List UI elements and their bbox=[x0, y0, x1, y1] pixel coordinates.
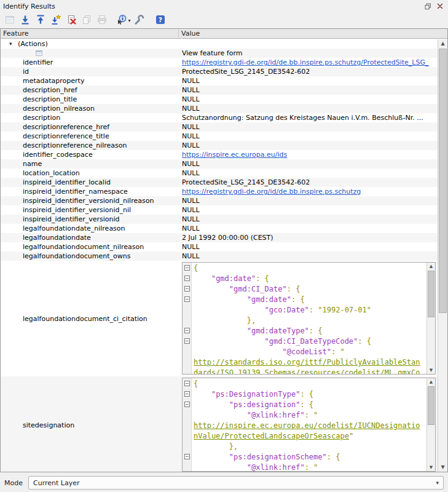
table-row[interactable]: inspireid_identifier_versionidNULL bbox=[1, 215, 438, 224]
table-row[interactable]: inspireid_identifier_namespacehttps://re… bbox=[1, 187, 438, 196]
column-header-feature[interactable]: Feature bbox=[1, 29, 179, 38]
clear-results-button[interactable] bbox=[64, 13, 79, 28]
print-response-button[interactable] bbox=[95, 13, 109, 28]
feature-label: inspireid_identifier_versionid bbox=[23, 215, 120, 223]
scroll-down-icon[interactable]: ▼ bbox=[427, 464, 435, 471]
settings-button[interactable] bbox=[132, 13, 146, 28]
table-row[interactable]: legalfoundationdocument_ci_citation{ "gm… bbox=[1, 261, 438, 376]
scroll-up-icon[interactable]: ▲ bbox=[427, 263, 435, 270]
value-text: ProtectedSite_LSG_2145_DE3542-602 bbox=[182, 68, 310, 76]
help-button[interactable]: ? bbox=[153, 13, 168, 28]
table-row[interactable]: inspireid_identifier_versionid_nilreason… bbox=[1, 196, 438, 205]
float-icon bbox=[423, 2, 432, 10]
scroll-up-icon[interactable]: ▲ bbox=[438, 39, 447, 48]
feature-label: id bbox=[23, 68, 29, 76]
editor-scrollbar[interactable]: ▲▼ bbox=[426, 263, 435, 374]
feature-label: name bbox=[23, 160, 42, 168]
mode-label: Mode bbox=[4, 479, 23, 487]
identify-results-panel: Identify Results ▾? Feature Value ▾(Acti… bbox=[0, 0, 448, 492]
code-area[interactable]: { "ps:DesignationType": { "ps:designatio… bbox=[192, 378, 426, 471]
value-text: NULL bbox=[182, 123, 200, 131]
table-row[interactable]: descriptionreference_hrefNULL bbox=[1, 122, 438, 132]
copy-feature-button[interactable] bbox=[79, 13, 94, 28]
value-link[interactable]: https://registry.gdi-de.org/id/de.bb.ins… bbox=[182, 188, 361, 196]
panel-title: Identify Results bbox=[3, 2, 55, 10]
close-button[interactable] bbox=[435, 1, 445, 11]
table-row[interactable]: descriptionreference_nilreasonNULL bbox=[1, 141, 438, 150]
expand-new-results-button[interactable] bbox=[49, 13, 63, 28]
json-editor[interactable]: { "ps:DesignationType": { "ps:designatio… bbox=[182, 378, 436, 472]
value-text: 2 Jul 1992 00:00:00 (CEST) bbox=[182, 234, 273, 242]
feature-label: legalfoundationdocument_nilreason bbox=[23, 243, 144, 251]
code-area[interactable]: { "gmd:date": { "gmd:CI_Date": { "gmd:da… bbox=[192, 263, 426, 374]
value-link[interactable]: https://inspire.ec.europa.eu/ids bbox=[182, 151, 287, 159]
expand-tree-button[interactable] bbox=[18, 13, 33, 28]
scrollbar-thumb[interactable] bbox=[428, 271, 434, 317]
close-icon bbox=[436, 2, 444, 10]
fold-marker-icon[interactable] bbox=[184, 402, 190, 407]
action-label[interactable]: View feature form bbox=[182, 49, 242, 57]
form-view-button[interactable] bbox=[2, 13, 17, 28]
scrollbar-thumb[interactable] bbox=[428, 386, 434, 425]
table-row[interactable]: sitedesignation{ "ps:DesignationType": {… bbox=[1, 376, 438, 472]
table-row[interactable]: ▾(Actions) bbox=[1, 39, 438, 49]
table-row[interactable]: legalfoundationdocument_nilreasonNULL bbox=[1, 242, 438, 252]
fold-marker-icon[interactable] bbox=[184, 296, 190, 302]
mode-combobox[interactable]: Current Layer ▾ bbox=[28, 476, 444, 490]
copy-feature-icon bbox=[81, 14, 92, 27]
table-row[interactable]: legalfoundationdocument_ownsNULL bbox=[1, 252, 438, 261]
fold-marker-icon[interactable] bbox=[184, 286, 190, 292]
column-header-value[interactable]: Value bbox=[179, 29, 447, 38]
table-row[interactable]: location_locationNULL bbox=[1, 169, 438, 178]
table-row[interactable]: descriptionreference_titleNULL bbox=[1, 132, 438, 141]
table-row[interactable]: descriptionSchutzanordnung: Satzung des … bbox=[1, 113, 438, 122]
scroll-down-icon[interactable]: ▼ bbox=[427, 367, 435, 374]
value-text: NULL bbox=[182, 206, 200, 214]
table-row[interactable]: View feature form bbox=[1, 49, 438, 58]
table-row[interactable]: identifierhttps://registry.gdi-de.org/id… bbox=[1, 58, 438, 67]
table-row[interactable]: legalfoundationdate2 Jul 1992 00:00:00 (… bbox=[1, 233, 438, 242]
fold-marker-icon[interactable] bbox=[184, 381, 190, 386]
main-vertical-scrollbar[interactable]: ▲ ▼ bbox=[438, 39, 447, 472]
fold-marker-icon[interactable] bbox=[184, 328, 190, 333]
scroll-down-icon[interactable]: ▼ bbox=[438, 463, 447, 472]
scroll-up-icon[interactable]: ▲ bbox=[427, 378, 435, 386]
fold-marker-icon[interactable] bbox=[184, 276, 190, 281]
collapse-tree-button[interactable] bbox=[33, 13, 48, 28]
value-link[interactable]: https://registry.gdi-de.org/id/de.bb.ins… bbox=[182, 58, 428, 66]
feature-label: inspireid_identifier_versionid_nil bbox=[23, 206, 131, 214]
table-row[interactable]: identifier_codespacehttps://inspire.ec.e… bbox=[1, 150, 438, 159]
dropdown-arrow-icon[interactable]: ▾ bbox=[128, 18, 130, 23]
results-table: Feature Value ▾(Actions)View feature for… bbox=[0, 28, 448, 472]
value-text: ProtectedSite_LSG_2145_DE3542-602 bbox=[182, 178, 310, 186]
json-editor[interactable]: { "gmd:date": { "gmd:CI_Date": { "gmd:da… bbox=[182, 262, 436, 375]
fold-marker-icon[interactable] bbox=[184, 338, 190, 344]
scrollbar-thumb[interactable] bbox=[439, 49, 447, 313]
editor-scrollbar[interactable]: ▲▼ bbox=[426, 378, 435, 471]
titlebar: Identify Results bbox=[0, 0, 448, 12]
fold-marker-icon[interactable] bbox=[184, 454, 190, 459]
value-text: Schutzanordnung: Satzung des Kreistages … bbox=[182, 114, 423, 122]
table-row[interactable]: description_hrefNULL bbox=[1, 85, 438, 95]
table-row[interactable]: nameNULL bbox=[1, 159, 438, 169]
tree-expander-icon[interactable]: ▾ bbox=[9, 39, 12, 49]
float-button[interactable] bbox=[423, 1, 433, 11]
table-row[interactable]: inspireid_identifier_versionid_nilNULL bbox=[1, 205, 438, 215]
expand-tree-icon bbox=[20, 14, 31, 27]
fold-marker-icon[interactable] bbox=[184, 265, 190, 271]
chevron-down-icon: ▾ bbox=[436, 480, 439, 486]
identify-mode-button[interactable]: ▾ bbox=[116, 13, 131, 28]
table-row[interactable]: description_nilreasonNULL bbox=[1, 104, 438, 113]
feature-label: descriptionreference_nilreason bbox=[23, 141, 127, 149]
table-row[interactable]: legalfoundationdate_nilreasonNULL bbox=[1, 224, 438, 233]
mode-bar: Mode Current Layer ▾ bbox=[0, 474, 448, 492]
table-row[interactable]: inspireid_identifier_localidProtectedSit… bbox=[1, 178, 438, 187]
fold-marker-icon[interactable] bbox=[184, 391, 190, 397]
value-text: NULL bbox=[182, 132, 200, 140]
feature-label: identifier bbox=[23, 58, 53, 66]
table-row[interactable]: idProtectedSite_LSG_2145_DE3542-602 bbox=[1, 67, 438, 76]
table-row[interactable]: description_titleNULL bbox=[1, 95, 438, 104]
expand-new-results-icon bbox=[50, 14, 61, 27]
form-view-icon bbox=[4, 14, 15, 27]
table-row[interactable]: metadatapropertyNULL bbox=[1, 76, 438, 85]
